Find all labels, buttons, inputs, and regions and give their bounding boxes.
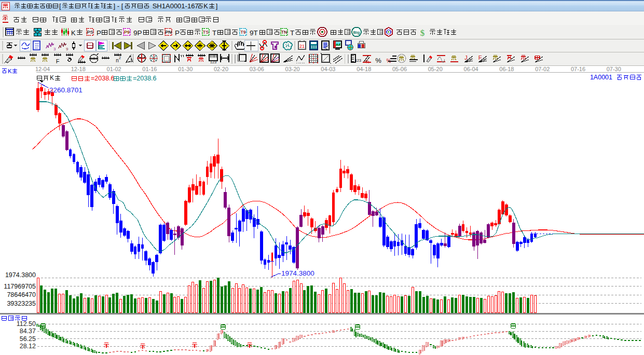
svg-text:84.37: 84.37 [20,327,36,335]
svg-text:07-02: 07-02 [535,66,550,72]
svg-text:05-20: 05-20 [428,66,443,72]
svg-text:]: ] [216,2,218,10]
svg-text:04-18: 04-18 [357,66,371,72]
svg-text:n: n [116,58,119,63]
svg-text:T: T [290,29,294,37]
svg-text:P: P [175,29,180,37]
svg-text:01-30: 01-30 [178,66,193,72]
svg-text:9P: 9P [133,29,142,37]
svg-text:05-06: 05-06 [392,66,407,72]
svg-text:112.50: 112.50 [17,320,36,327]
svg-text:J: J [464,54,468,61]
svg-text:28.12: 28.12 [20,343,36,350]
svg-text:TN: TN [281,30,287,35]
svg-text:01-02: 01-02 [107,66,121,72]
svg-text:PN: PN [165,30,172,35]
svg-text:2260.8701: 2260.8701 [49,86,83,94]
svg-text:03-06: 03-06 [250,66,264,72]
svg-text:56.25: 56.25 [20,335,36,343]
svg-text:T9: T9 [240,30,246,35]
svg-text:07-30: 07-30 [607,66,621,72]
svg-text:03-20: 03-20 [285,66,300,72]
svg-text:P9: P9 [124,30,130,35]
svg-text:06-04: 06-04 [464,66,478,72]
svg-text:1974.3800: 1974.3800 [281,269,314,277]
svg-text:] - [: ] - [ [114,2,124,10]
svg-text:SH1A0001-167: SH1A0001-167 [153,2,199,10]
svg-text:1974.3800: 1974.3800 [5,271,36,279]
svg-text:TS: TS [203,30,209,35]
svg-text:K: K [203,2,208,10]
svg-text:2: 2 [119,56,121,60]
svg-text:02-20: 02-20 [214,66,228,72]
svg-text:06-18: 06-18 [499,66,514,72]
svg-text:=2038.6: =2038.6 [133,75,157,82]
svg-text:%: % [375,57,381,64]
svg-text:123: 123 [210,60,217,64]
svg-text:PS: PS [87,30,93,35]
svg-text:12-18: 12-18 [71,66,86,72]
svg-text:04-03: 04-03 [321,66,335,72]
svg-text:T: T [212,29,216,37]
svg-text:9: 9 [66,47,68,51]
svg-text:$: $ [420,28,425,38]
svg-text:=2038.6: =2038.6 [91,75,115,82]
svg-text:78646470: 78646470 [7,291,36,298]
svg-text:[: [ [59,2,61,10]
svg-text:01-16: 01-16 [142,66,157,72]
svg-text:39323235: 39323235 [7,300,36,307]
svg-text:117969705: 117969705 [4,283,36,290]
svg-text:%: % [365,59,369,64]
svg-text:21: 21 [299,44,305,49]
svg-text:P: P [97,29,101,37]
svg-text:3: 3 [53,47,56,51]
svg-text:123: 123 [355,59,361,62]
svg-text:F: F [56,58,60,64]
svg-text:07-16: 07-16 [571,66,585,72]
svg-text:Big: Big [353,30,360,35]
svg-text:12-04: 12-04 [35,66,50,72]
svg-text:K: K [50,74,54,81]
svg-text:1A0001: 1A0001 [590,74,612,81]
svg-text:9T: 9T [250,29,258,37]
svg-text:K: K [8,68,12,74]
svg-text:K: K [71,29,76,37]
